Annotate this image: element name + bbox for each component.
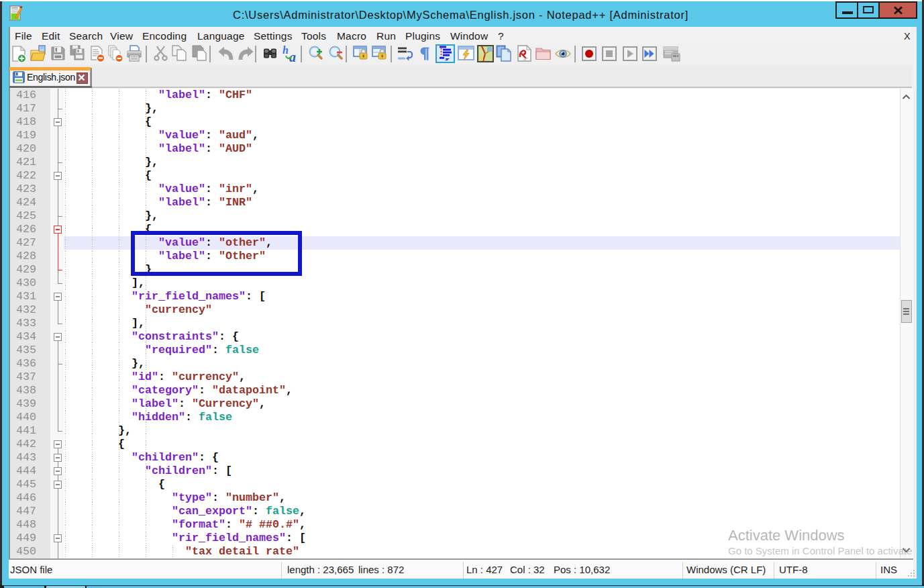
svg-text:a: a <box>289 50 296 62</box>
svg-text:h: h <box>283 44 289 56</box>
